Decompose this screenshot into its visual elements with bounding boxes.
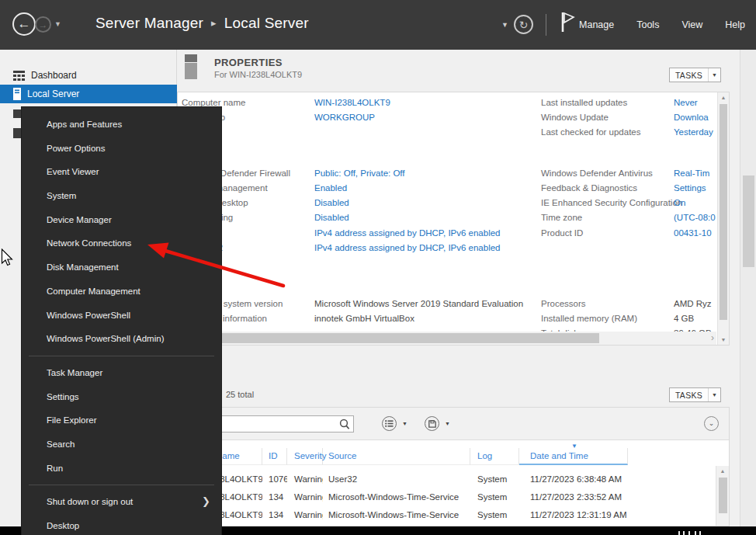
property-value-link[interactable]: Yesterday <box>674 127 713 137</box>
taskbar-clock-fragment <box>688 531 690 535</box>
column-header-severity[interactable]: Severity <box>287 448 323 465</box>
cell-severity: Warning <box>287 506 323 524</box>
sidebar-item-dashboard[interactable]: Dashboard <box>0 66 177 85</box>
property-value-link[interactable]: Disabled <box>314 213 349 222</box>
property-value-link[interactable]: Never <box>674 98 698 107</box>
events-vertical-scrollbar[interactable]: ▲ <box>716 466 729 526</box>
search-icon[interactable] <box>339 419 350 430</box>
menu-manage[interactable]: Manage <box>579 19 614 30</box>
property-value-link[interactable]: Downloa <box>674 113 709 122</box>
properties-tasks-button[interactable]: TASKS ▼ <box>669 68 721 82</box>
menu-item-file-explorer[interactable]: File Explorer <box>22 408 221 433</box>
property-value-link[interactable]: Public: Off, Private: Off <box>314 168 405 178</box>
back-arrow-icon: ← <box>18 16 31 32</box>
sidebar-item-local-server[interactable]: Local Server <box>0 85 177 103</box>
filter-queries-button[interactable] <box>382 416 397 431</box>
collapse-tile-button[interactable]: ⌄ <box>704 416 719 431</box>
scroll-right-icon[interactable]: › <box>711 332 714 343</box>
refresh-button[interactable]: ↻ <box>514 15 533 34</box>
cell-id: 1076 <box>262 471 287 488</box>
property-value-link[interactable]: On <box>674 198 685 207</box>
column-header-id[interactable]: ID <box>262 448 287 465</box>
chevron-down-icon: ▼ <box>54 20 61 28</box>
save-query-button[interactable] <box>425 416 439 431</box>
back-button[interactable]: ← <box>12 12 36 36</box>
tasks-label: TASKS <box>670 391 708 400</box>
menu-item-computer-management[interactable]: Computer Management <box>22 280 221 304</box>
cell-log: System <box>470 471 519 488</box>
table-row[interactable]: WIN-I238L4OLKT9 134 Warning Microsoft-Wi… <box>179 488 628 506</box>
menu-item-apps-and-features[interactable]: Apps and Features <box>22 113 221 137</box>
save-icon <box>428 420 436 428</box>
table-row[interactable]: WIN-I238L4OLKT9 134 Warning Microsoft-Wi… <box>179 506 628 524</box>
property-value-link[interactable]: IPv4 address assigned by DHCP, IPv6 enab… <box>314 228 501 238</box>
notifications-dropdown[interactable]: ▼ <box>501 21 508 29</box>
property-value-link[interactable]: WORKGROUP <box>314 113 375 122</box>
scroll-up-icon[interactable]: ▲ <box>720 95 727 100</box>
menu-item-event-viewer[interactable]: Event Viewer <box>22 160 221 184</box>
menu-item-network-connections[interactable]: Network Connections <box>22 231 221 255</box>
server-tower-icon <box>185 54 197 79</box>
property-value-link[interactable]: Settings <box>674 183 706 193</box>
chevron-down-icon[interactable]: ▼ <box>402 421 407 426</box>
column-header-source[interactable]: Source <box>323 448 470 465</box>
menu-item-desktop[interactable]: Desktop <box>22 514 221 535</box>
chevron-down-icon: ▼ <box>708 388 720 401</box>
property-value-link[interactable]: WIN-I238L4OLKT9 <box>314 98 390 107</box>
menu-separator <box>29 356 214 356</box>
menu-item-windows-powershell[interactable]: Windows PowerShell <box>22 304 221 328</box>
cell-source: Microsoft-Windows-Time-Service <box>323 506 470 524</box>
dashboard-grid-icon <box>13 71 25 81</box>
menu-item-task-manager[interactable]: Task Manager <box>22 361 221 385</box>
menu-item-search[interactable]: Search <box>22 433 221 457</box>
menu-item-power-options[interactable]: Power Options <box>22 137 221 161</box>
property-label: Product ID <box>541 228 583 238</box>
property-value-link[interactable]: IPv4 address assigned by DHCP, IPv6 enab… <box>314 243 501 252</box>
taskbar-clock-fragment <box>699 531 701 535</box>
menu-item-system[interactable]: System <box>22 184 221 208</box>
table-row[interactable]: WIN-I238L4OLKT9 1076 Warning User32 Syst… <box>179 471 628 488</box>
column-header-log[interactable]: Log <box>470 448 519 465</box>
column-header-date-time[interactable]: Date and Time <box>519 448 628 465</box>
nav-history-dropdown[interactable]: ▼ <box>54 20 61 28</box>
property-value-link[interactable]: Disabled <box>314 198 349 207</box>
properties-horizontal-scrollbar[interactable]: › <box>178 332 716 345</box>
menu-item-label: Shut down or sign out <box>47 497 133 506</box>
chevron-down-icon[interactable]: ▼ <box>445 421 450 426</box>
property-value: AMD Ryz <box>674 299 712 308</box>
menu-item-settings[interactable]: Settings <box>22 385 221 409</box>
events-tasks-button[interactable]: TASKS ▼ <box>669 387 721 402</box>
menu-item-run[interactable]: Run <box>22 457 221 481</box>
property-value-link[interactable]: (UTC-08:0 <box>674 213 716 222</box>
property-value-link[interactable]: 00431-10 <box>674 228 712 238</box>
cell-source: Microsoft-Windows-Time-Service <box>323 488 470 506</box>
property-label: Processors <box>541 299 586 308</box>
property-value-link[interactable]: Real-Tim <box>674 168 709 178</box>
scroll-up-icon[interactable]: ▲ <box>720 468 726 474</box>
properties-vertical-scrollbar[interactable]: ▲ ▼ <box>717 92 729 345</box>
scrollbar-thumb[interactable] <box>743 175 754 267</box>
scroll-down-icon[interactable]: ▼ <box>720 337 727 342</box>
scrollbar-thumb[interactable] <box>719 478 727 513</box>
window-vertical-scrollbar[interactable] <box>740 50 756 526</box>
winx-context-menu: Apps and Features Power Options Event Vi… <box>22 107 221 535</box>
scrollbar-thumb[interactable] <box>720 104 727 320</box>
property-value: 4 GB <box>674 314 694 323</box>
menu-view[interactable]: View <box>681 19 702 30</box>
events-count: 25 total <box>226 390 254 399</box>
forward-button[interactable]: → <box>35 16 51 33</box>
menu-item-windows-powershell-admin[interactable]: Windows PowerShell (Admin) <box>22 327 221 351</box>
menu-item-shut-down-or-sign-out[interactable]: Shut down or sign out ❯ <box>22 490 221 514</box>
menu-help[interactable]: Help <box>725 19 745 30</box>
menu-tools[interactable]: Tools <box>636 19 659 30</box>
notifications-flag-button[interactable] <box>559 10 576 35</box>
properties-tile-icon <box>185 54 197 81</box>
property-value-link[interactable]: Enabled <box>314 183 347 193</box>
breadcrumb-separator-icon: ▸ <box>211 17 217 29</box>
chevron-down-icon: ⌄ <box>709 419 715 427</box>
menu-item-device-manager[interactable]: Device Manager <box>22 208 221 232</box>
property-label: Feedback & Diagnostics <box>541 183 637 193</box>
menu-item-disk-management[interactable]: Disk Management <box>22 255 221 280</box>
scrollbar-thumb[interactable] <box>180 333 599 343</box>
cell-id: 134 <box>262 506 287 524</box>
